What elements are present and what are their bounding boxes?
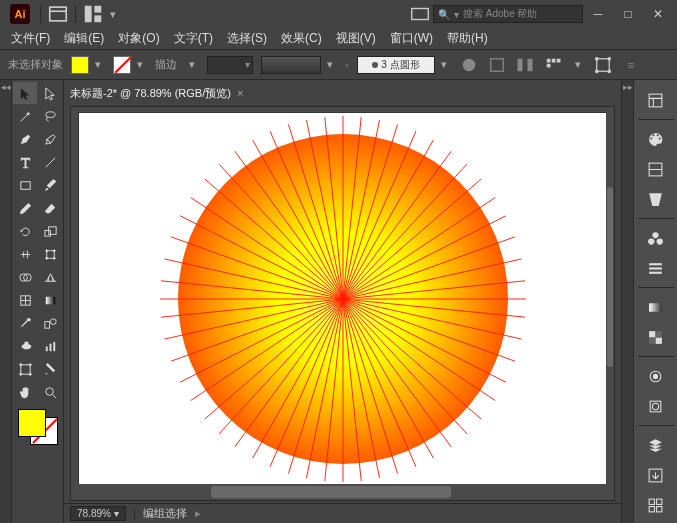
- opacity-icon[interactable]: [459, 55, 479, 75]
- bridge-icon[interactable]: [47, 3, 69, 25]
- line-tool[interactable]: [38, 151, 62, 173]
- svg-rect-29: [45, 346, 47, 351]
- menu-object[interactable]: 对象(O): [111, 28, 166, 49]
- scrollbar-thumb[interactable]: [211, 486, 451, 498]
- stroke-panel-icon[interactable]: [640, 254, 672, 282]
- gpu-icon[interactable]: [409, 3, 431, 25]
- stroke-dropdown-icon[interactable]: ▾: [133, 58, 147, 72]
- brushes-panel-icon[interactable]: [640, 185, 672, 213]
- brush-dropdown-icon[interactable]: ▾: [437, 58, 451, 72]
- stroke-swatch[interactable]: [113, 56, 131, 74]
- symbols-panel-icon[interactable]: [640, 224, 672, 252]
- horizontal-scrollbar[interactable]: [71, 484, 606, 500]
- vertical-scrollbar[interactable]: [606, 107, 614, 484]
- svg-line-84: [233, 148, 343, 298]
- document-tab[interactable]: 未标题-2* @ 78.89% (RGB/预览)×: [70, 86, 243, 101]
- stroke-weight-input[interactable]: ▾: [207, 56, 253, 74]
- rectangle-tool[interactable]: [13, 174, 37, 196]
- menu-effect[interactable]: 效果(C): [274, 28, 329, 49]
- chevron-right-icon: ▸▸: [622, 80, 633, 94]
- properties-panel-icon[interactable]: [640, 86, 672, 114]
- paintbrush-tool[interactable]: [38, 174, 62, 196]
- svg-line-39: [343, 137, 435, 298]
- menu-type[interactable]: 文字(T): [167, 28, 220, 49]
- gradient-tool[interactable]: [38, 289, 62, 311]
- style-icon[interactable]: [487, 55, 507, 75]
- canvas[interactable]: [70, 106, 615, 501]
- menu-file[interactable]: 文件(F): [4, 28, 57, 49]
- curvature-tool[interactable]: [38, 128, 62, 150]
- menu-view[interactable]: 视图(V): [329, 28, 383, 49]
- mesh-tool[interactable]: [13, 289, 37, 311]
- transparency-panel-icon[interactable]: [640, 323, 672, 351]
- magic-wand-tool[interactable]: [13, 105, 37, 127]
- stroke-label[interactable]: 描边: [155, 57, 177, 72]
- menu-edit[interactable]: 编辑(E): [57, 28, 111, 49]
- svg-line-52: [343, 299, 508, 383]
- hand-tool[interactable]: [13, 381, 37, 403]
- width-tool[interactable]: [13, 243, 37, 265]
- menu-select[interactable]: 选择(S): [220, 28, 274, 49]
- maximize-button[interactable]: □: [615, 4, 641, 24]
- appearance-panel-icon[interactable]: [640, 362, 672, 390]
- left-dock-collapse[interactable]: ◂◂: [0, 80, 12, 523]
- type-tool[interactable]: [13, 151, 37, 173]
- variable-width-profile[interactable]: [261, 56, 321, 74]
- graphic-styles-panel-icon[interactable]: [640, 392, 672, 420]
- width-profile-dropdown-icon[interactable]: ▾: [323, 58, 337, 72]
- perspective-grid-tool[interactable]: [38, 266, 62, 288]
- status-mode[interactable]: 编组选择: [143, 506, 187, 521]
- slice-tool[interactable]: [38, 358, 62, 380]
- pencil-tool[interactable]: [13, 197, 37, 219]
- chevron-right-icon[interactable]: ▸: [195, 507, 201, 520]
- brush-definition[interactable]: 3 点圆形: [357, 56, 435, 74]
- lasso-tool[interactable]: [38, 105, 62, 127]
- search-input[interactable]: 🔍 ▾ 搜索 Adobe 帮助: [433, 5, 583, 23]
- arrange-docs-icon[interactable]: [82, 3, 104, 25]
- fill-swatch[interactable]: [71, 56, 89, 74]
- close-tab-icon[interactable]: ×: [237, 87, 243, 99]
- color-panel-icon[interactable]: [640, 125, 672, 153]
- artboard-tool[interactable]: [13, 358, 37, 380]
- stroke-panel-dropdown-icon[interactable]: ▾: [185, 58, 199, 72]
- layers-panel-icon[interactable]: [640, 431, 672, 459]
- svg-point-101: [653, 374, 657, 378]
- pen-tool[interactable]: [13, 128, 37, 150]
- gradient-panel-icon[interactable]: [640, 293, 672, 321]
- scrollbar-thumb[interactable]: [607, 187, 613, 367]
- right-dock-collapse[interactable]: ▸▸: [621, 80, 633, 523]
- asset-export-panel-icon[interactable]: [640, 461, 672, 489]
- fill-dropdown-icon[interactable]: ▾: [91, 58, 105, 72]
- column-graph-tool[interactable]: [38, 335, 62, 357]
- transform-icon[interactable]: [593, 55, 613, 75]
- svg-point-33: [45, 387, 53, 395]
- svg-rect-18: [46, 250, 54, 258]
- scale-tool[interactable]: [38, 220, 62, 242]
- more-options-icon[interactable]: ≡: [621, 55, 641, 75]
- eraser-tool[interactable]: [38, 197, 62, 219]
- zoom-level[interactable]: 78.89% ▾: [70, 506, 126, 521]
- fill-color-box[interactable]: [18, 409, 46, 437]
- recolor-dropdown-icon[interactable]: ▾: [571, 58, 585, 72]
- svg-rect-1: [85, 6, 92, 23]
- direct-selection-tool[interactable]: [38, 82, 62, 104]
- align-icon[interactable]: [515, 55, 535, 75]
- close-button[interactable]: ✕: [645, 4, 671, 24]
- swatches-panel-icon[interactable]: [640, 155, 672, 183]
- menu-window[interactable]: 窗口(W): [383, 28, 440, 49]
- artboards-panel-icon[interactable]: [640, 491, 672, 519]
- svg-line-50: [343, 299, 522, 339]
- blend-tool[interactable]: [38, 312, 62, 334]
- rotate-tool[interactable]: [13, 220, 37, 242]
- shape-builder-tool[interactable]: [13, 266, 37, 288]
- menu-help[interactable]: 帮助(H): [440, 28, 495, 49]
- fill-stroke-indicator[interactable]: [16, 407, 60, 447]
- symbol-sprayer-tool[interactable]: [13, 335, 37, 357]
- free-transform-tool[interactable]: [38, 243, 62, 265]
- zoom-tool[interactable]: [38, 381, 62, 403]
- selection-tool[interactable]: [13, 82, 37, 104]
- eyedropper-tool[interactable]: [13, 312, 37, 334]
- recolor-icon[interactable]: [543, 55, 563, 75]
- arrange-dropdown-icon[interactable]: ▾: [106, 7, 120, 21]
- minimize-button[interactable]: ─: [585, 4, 611, 24]
